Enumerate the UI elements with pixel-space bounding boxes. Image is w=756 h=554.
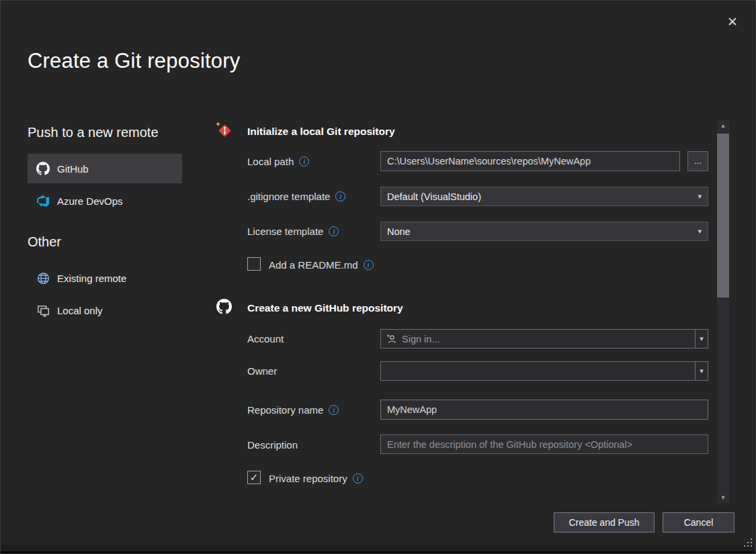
owner-label-text: Owner: [247, 365, 277, 377]
sign-in-person-icon: [386, 334, 397, 344]
repository-name-label: Repository name i: [247, 403, 339, 416]
account-placeholder: Sign in...: [402, 334, 439, 344]
gitignore-label: .gitignore template i: [247, 189, 345, 203]
gitignore-template-dropdown[interactable]: Default (VisualStudio) ▾: [380, 187, 708, 206]
git-repository-icon: [216, 122, 232, 138]
readme-label: Add a README.md i: [269, 258, 374, 271]
scroll-up-icon[interactable]: ▲: [717, 120, 729, 131]
owner-value: [381, 362, 695, 380]
azure-devops-icon: [36, 194, 50, 207]
scrollbar-thumb[interactable]: [717, 134, 729, 297]
sidebar-item-existing-remote[interactable]: Existing remote: [28, 264, 182, 292]
create-and-push-button[interactable]: Create and Push: [554, 512, 655, 533]
chevron-down-icon: ▾: [700, 334, 704, 343]
local-path-input[interactable]: [380, 151, 680, 171]
license-template-dropdown[interactable]: None ▾: [380, 222, 708, 241]
check-icon: ✓: [250, 471, 259, 483]
github-section-heading: Create a new GitHub repository: [247, 302, 403, 314]
description-input[interactable]: [380, 434, 708, 454]
private-repository-label-text: Private repository: [269, 473, 347, 484]
info-icon[interactable]: i: [299, 156, 309, 167]
readme-checkbox[interactable]: [247, 257, 261, 271]
resize-grip-icon[interactable]: [743, 537, 753, 550]
repository-name-label-text: Repository name: [247, 404, 323, 416]
account-label: Account: [247, 332, 284, 345]
local-section-heading: Initialize a local Git repository: [247, 126, 395, 138]
chevron-down-icon: ▾: [700, 367, 704, 375]
account-dropdown[interactable]: Sign in... ▾: [380, 329, 708, 349]
local-path-label: Local path i: [247, 154, 309, 168]
create-git-repository-dialog: ✕ Create a Git repository Push to a new …: [0, 0, 756, 554]
local-path-label-text: Local path: [247, 156, 294, 167]
cancel-button[interactable]: Cancel: [663, 512, 734, 533]
monitor-icon: [36, 304, 50, 317]
description-label: Description: [247, 438, 298, 451]
owner-dropdown-button[interactable]: ▾: [695, 362, 708, 380]
license-template-value: None: [387, 226, 411, 237]
globe-icon: [36, 271, 50, 285]
bottom-band: [1, 545, 755, 551]
github-icon: [36, 162, 50, 175]
repository-name-input[interactable]: [380, 400, 708, 420]
private-repository-label: Private repository i: [269, 471, 363, 485]
info-icon[interactable]: i: [364, 260, 374, 270]
sidebar-item-label: Local only: [57, 305, 103, 316]
private-repository-checkbox[interactable]: ✓: [247, 471, 261, 484]
license-label: License template i: [247, 224, 339, 238]
owner-dropdown[interactable]: ▾: [380, 361, 708, 381]
sidebar-item-azure-devops[interactable]: Azure DevOps: [28, 186, 182, 216]
scroll-down-icon[interactable]: ▼: [717, 492, 729, 503]
gitignore-label-text: .gitignore template: [247, 191, 330, 202]
bottom-edge: [1, 551, 755, 553]
sidebar-item-label: Existing remote: [57, 273, 126, 284]
sidebar-item-label: Azure DevOps: [57, 195, 123, 207]
sidebar-item-local-only[interactable]: Local only: [28, 296, 182, 324]
vertical-scrollbar[interactable]: ▲ ▼: [717, 120, 729, 503]
sidebar-heading-push-remote: Push to a new remote: [28, 125, 159, 140]
chevron-down-icon: ▾: [698, 227, 702, 236]
readme-label-text: Add a README.md: [269, 259, 358, 271]
gitignore-template-value: Default (VisualStudio): [387, 191, 481, 202]
sidebar-heading-other: Other: [28, 234, 61, 250]
sidebar-item-github[interactable]: GitHub: [28, 154, 182, 183]
account-dropdown-button[interactable]: ▾: [695, 330, 708, 348]
account-label-text: Account: [247, 333, 284, 344]
info-icon[interactable]: i: [335, 191, 345, 201]
sidebar-item-label: GitHub: [57, 163, 89, 175]
github-icon: [216, 299, 232, 314]
description-label-text: Description: [247, 439, 298, 451]
license-label-text: License template: [247, 226, 323, 237]
close-icon[interactable]: ✕: [724, 13, 741, 30]
info-icon[interactable]: i: [329, 226, 339, 236]
info-icon[interactable]: i: [329, 405, 339, 415]
dialog-title: Create a Git repository: [28, 49, 240, 73]
browse-button[interactable]: ...: [687, 151, 708, 171]
chevron-down-icon: ▾: [698, 192, 702, 201]
info-icon[interactable]: i: [353, 473, 363, 483]
owner-label: Owner: [247, 364, 277, 377]
